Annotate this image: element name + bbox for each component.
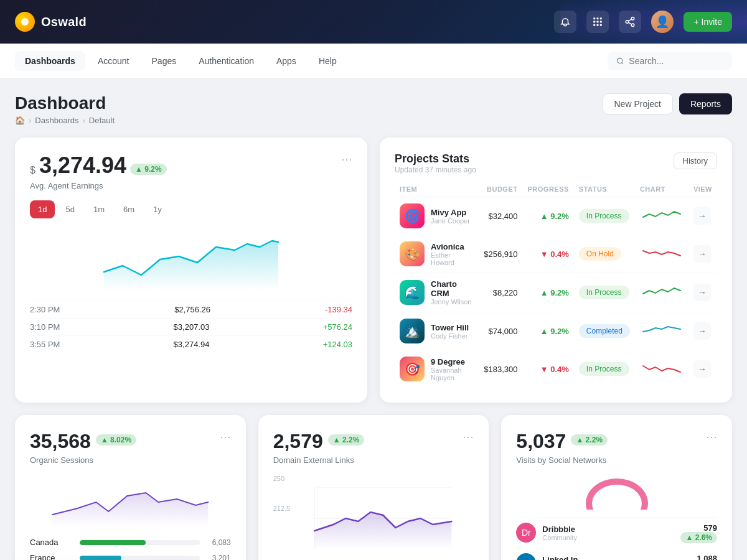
svg-point-10	[626, 21, 629, 24]
social-label: Visits by Social Networks	[516, 455, 608, 465]
sessions-label: Organic Sessions	[30, 455, 136, 465]
earnings-amount-area: $ 3,274.94 ▲ 9.2%	[30, 152, 167, 179]
social-network-row: Dr Dribbble Community 579 ▲ 2.6%	[516, 517, 717, 548]
domain-value: 2,579	[273, 430, 323, 453]
col-item: ITEM	[395, 182, 479, 197]
more-icon[interactable]: ⋯	[341, 152, 352, 166]
nav-item-pages[interactable]: Pages	[142, 51, 187, 71]
project-name: Avionica	[431, 242, 474, 251]
nav-item-account[interactable]: Account	[88, 51, 139, 71]
social-info: Dribbble Community	[542, 525, 577, 541]
user-avatar[interactable]: 👤	[651, 11, 674, 33]
nav-item-help[interactable]: Help	[309, 51, 347, 71]
view-button-4[interactable]: →	[693, 360, 711, 378]
project-thumb: 🏔️	[400, 319, 425, 343]
svg-rect-6	[594, 24, 596, 26]
search-input[interactable]	[629, 56, 723, 66]
social-amount-row: 5,037 ▲ 2.2%	[516, 430, 608, 453]
share-icon[interactable]	[619, 11, 641, 33]
breadcrumb-default: Default	[89, 116, 115, 125]
project-name: Tower Hill	[431, 323, 469, 332]
social-network-type: Community	[542, 534, 577, 541]
topbar-actions: 👤 + Invite	[554, 11, 732, 33]
view-button-1[interactable]: →	[693, 245, 711, 263]
notifications-icon[interactable]	[554, 11, 576, 33]
val-1: $2,756.26	[174, 305, 210, 314]
new-project-button[interactable]: New Project	[603, 93, 673, 114]
history-button[interactable]: History	[674, 152, 717, 169]
time-tab-1m[interactable]: 1m	[85, 200, 113, 218]
reports-button[interactable]: Reports	[679, 93, 732, 114]
domain-amount-row: 2,579 ▲ 2.2%	[273, 430, 365, 453]
svg-rect-8	[600, 24, 602, 26]
project-item-cell: 🌀 Mivy App Jane Cooper	[395, 197, 479, 235]
time-3: 3:55 PM	[30, 340, 60, 349]
search-icon	[616, 57, 624, 65]
country-name: Canada	[30, 538, 73, 547]
project-status: In Process	[574, 273, 635, 312]
view-button-3[interactable]: →	[693, 322, 711, 340]
project-person: Jane Cooper	[431, 217, 470, 225]
social-more-icon[interactable]: ⋯	[706, 430, 717, 472]
earnings-badge: ▲ 9.2%	[130, 164, 167, 175]
svg-rect-7	[597, 24, 599, 26]
project-status: In Process	[574, 350, 635, 388]
dashboard-grid: $ 3,274.94 ▲ 9.2% ⋯ Avg. Agent Earnings …	[15, 138, 732, 403]
invite-button[interactable]: + Invite	[684, 12, 732, 32]
project-progress: ▲ 9.2%	[522, 197, 573, 235]
view-button-2[interactable]: →	[693, 284, 711, 301]
social-badge: ▲ 2.2%	[571, 434, 608, 446]
time-tab-5d[interactable]: 5d	[57, 200, 82, 218]
svg-rect-1	[597, 17, 599, 19]
social-chart	[516, 472, 717, 510]
sessions-header: 35,568 ▲ 8.02% Organic Sessions ⋯	[30, 430, 231, 475]
sessions-amount-row: 35,568 ▲ 8.02%	[30, 430, 136, 453]
page-title: Dashboard	[15, 93, 115, 113]
col-status: STATUS	[574, 182, 635, 197]
project-budget: $8,220	[479, 273, 522, 312]
currency-symbol: $	[30, 165, 35, 176]
nav-item-authentication[interactable]: Authentication	[189, 51, 264, 71]
project-item-cell: 🎯 9 Degree Savannah Nguyen	[395, 350, 479, 388]
social-val-area: 579 ▲ 2.6%	[680, 523, 717, 542]
search-area	[608, 52, 732, 70]
time-tab-1d[interactable]: 1d	[30, 200, 55, 218]
breadcrumb-sep2: ›	[82, 116, 85, 125]
breadcrumb: 🏠 › Dashboards › Default	[15, 116, 115, 125]
domain-more-icon[interactable]: ⋯	[463, 430, 474, 475]
earnings-rows: 2:30 PM $2,756.26 -139.34 3:10 PM $3,207…	[30, 301, 352, 353]
project-item-cell: 🎨 Avionica Esther Howard	[395, 235, 479, 273]
country-bar	[80, 556, 200, 561]
view-button-0[interactable]: →	[693, 207, 711, 225]
apps-icon[interactable]	[586, 11, 609, 33]
nav-item-apps[interactable]: Apps	[266, 51, 306, 71]
time-tab-6m[interactable]: 6m	[115, 200, 143, 218]
project-status: Completed	[574, 312, 635, 350]
change-2: +576.24	[323, 322, 352, 332]
project-item-cell: 🏔️ Tower Hill Cody Fisher	[395, 312, 479, 350]
project-progress: ▲ 9.2%	[522, 273, 573, 312]
time-2: 3:10 PM	[30, 322, 60, 332]
svg-line-13	[629, 19, 632, 21]
bottom-section: 35,568 ▲ 8.02% Organic Sessions ⋯	[15, 415, 732, 560]
sessions-card: 35,568 ▲ 8.02% Organic Sessions ⋯	[15, 415, 246, 560]
nav-item-dashboards[interactable]: Dashboards	[15, 51, 85, 71]
time-tab-1y[interactable]: 1y	[145, 200, 170, 218]
earnings-row-1: 2:30 PM $2,756.26 -139.34	[30, 301, 352, 318]
project-progress: ▼ 0.4%	[522, 235, 573, 273]
country-rows: Canada 6,083 France 3,201 Germany 1,890 …	[30, 534, 231, 560]
col-chart: CHART	[635, 182, 688, 197]
social-network-name: Linked In	[542, 555, 581, 561]
sessions-more-icon[interactable]: ⋯	[220, 430, 231, 475]
project-view: →	[688, 273, 717, 312]
logo-text: Oswald	[41, 15, 87, 29]
svg-rect-0	[594, 17, 596, 19]
col-progress: PROGRESS	[522, 182, 573, 197]
breadcrumb-dashboards[interactable]: Dashboards	[35, 116, 78, 125]
table-row: 🎯 9 Degree Savannah Nguyen $183,300 ▼ 0.…	[395, 350, 717, 388]
earnings-row-2: 3:10 PM $3,207.03 +576.24	[30, 318, 352, 335]
project-status: On Hold	[574, 235, 635, 273]
page-title-area: Dashboard 🏠 › Dashboards › Default	[15, 93, 115, 125]
bottom-grid: 35,568 ▲ 8.02% Organic Sessions ⋯	[15, 415, 732, 560]
social-network-name: Dribbble	[542, 525, 577, 534]
